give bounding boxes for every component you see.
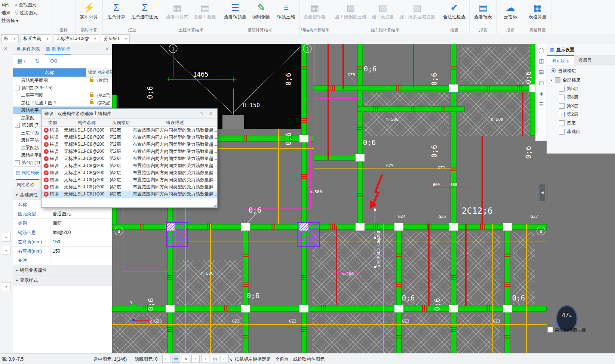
- property-field-element-type[interactable]: 图元类型普通图元: [13, 209, 112, 219]
- collapse-icon[interactable]: −: [15, 86, 20, 90]
- tree-node-first-floor[interactable]: 首层: [547, 119, 615, 127]
- refresh-sheet-button[interactable]: ↻: [35, 58, 40, 65]
- attr-select-button[interactable]: 性选择▾: [1, 18, 18, 24]
- element-type-select[interactable]: 板▾: [1, 34, 19, 43]
- delete-sheet-button[interactable]: ⌫: [49, 58, 57, 65]
- column-lock[interactable]: 锁定: [86, 68, 98, 77]
- sheet-row[interactable]: 二层平面图(第2层): [13, 92, 112, 99]
- segment-rebar-3d-button[interactable]: ▩施工段钢筋三维: [332, 0, 369, 21]
- checkbox-checked-icon[interactable]: ✓: [559, 112, 565, 117]
- tab-drawing-manager[interactable]: ▦图纸管理: [45, 43, 70, 55]
- error-row[interactable]: ✕错误无标注SLJ-C8@200第2层布置范围内同方向同类型的受力筋数量超...: [41, 176, 217, 183]
- column-floor[interactable]: 对应楼层: [98, 68, 112, 77]
- tree-node-floor2[interactable]: ✓第2层: [547, 110, 615, 119]
- resize-grip-icon[interactable]: ◢: [213, 203, 216, 207]
- tree-node-foundation[interactable]: 基础层: [547, 127, 615, 136]
- collapse-icon[interactable]: −: [15, 160, 20, 165]
- error-row[interactable]: ✕错误无标注SLJ-C8@200第2层布置范围内同方向同类型的受力筋数量超...: [41, 141, 217, 148]
- collapse-left-button-2[interactable]: «: [2, 246, 11, 255]
- scroll-up-button[interactable]: ∧: [2, 282, 11, 291]
- snap-tool-icon[interactable]: +: [201, 355, 209, 363]
- error-row[interactable]: ✕错误无标注SLJ-C8@200第2层布置范围内同方向同类型的受力筋数量超...: [41, 169, 217, 176]
- property-field-right-bend[interactable]: 右弯折(mm)150: [13, 247, 112, 256]
- property-field-rebar-info[interactable]: 钢筋信息Φ8@200: [13, 228, 112, 237]
- property-group-display-style[interactable]: ▾显示样式: [13, 275, 112, 286]
- edit-rebar-button[interactable]: ✎编辑钢筋: [249, 0, 274, 21]
- paste-tool-icon[interactable]: ▤: [211, 355, 219, 363]
- error-row[interactable]: ✕错误无标注SLJ-C8@200第2层布置范围内同方向同类型的受力筋数量超...: [41, 183, 217, 191]
- checkbox-icon[interactable]: [559, 129, 565, 135]
- error-row[interactable]: ✕错误无标注SLJ-C8@200第2层布置范围内同方向同类型的受力筋数量超...: [41, 148, 217, 155]
- error-row-selected[interactable]: ✕错误无标注SLJ-C8@200第2层布置范围内同方向同类型的受力筋数量超...: [41, 191, 217, 198]
- tree-node-all-floors[interactable]: ▾全部楼层: [547, 76, 615, 84]
- find-element-button[interactable]: ⌖查找图元: [15, 2, 37, 8]
- error-row[interactable]: ✕错误无标注SLJ-C8@200第2层布置范围内同方向同类型的受力筋数量超...: [41, 162, 217, 169]
- other-region-checkbox[interactable]: 其他区域图元显: [547, 327, 586, 333]
- collapse-icon[interactable]: −: [15, 123, 20, 128]
- tree-node-floor5[interactable]: 第5层: [547, 84, 615, 93]
- tree-node-floor3[interactable]: 第3层: [547, 102, 615, 110]
- dialog-titlebar[interactable]: 错误 - 双击构件名称选择出错构件 □ ✕: [41, 109, 217, 119]
- tree-node-floor4[interactable]: 第4层: [547, 93, 615, 102]
- summary-calc-button[interactable]: Σ汇总计算: [104, 0, 129, 21]
- tab-property-list[interactable]: ▤属性列表: [16, 166, 39, 180]
- table-calc-button[interactable]: ▦表格算量: [525, 0, 550, 21]
- cross-tool-icon[interactable]: ✕: [182, 355, 190, 363]
- tab-element-display[interactable]: 图元显示: [547, 55, 574, 65]
- view-calc-expression-button[interactable]: ▦查看计算式: [163, 0, 191, 21]
- error-row[interactable]: ✕错误无标注SLJ-C8@200第2层布置范围内同方向同类型的受力筋数量超...: [41, 134, 217, 141]
- segment-multi-qty-button[interactable]: ▧施工段多区域提量: [397, 0, 438, 21]
- list-icon[interactable]: ☰: [539, 101, 544, 107]
- tab-component-list[interactable]: ▤构件列表: [16, 44, 41, 54]
- rebar-3d-button[interactable]: ≡钢筋三维: [274, 0, 298, 21]
- sheet-row[interactable]: 层柱平法施工图-1(第2层): [13, 99, 112, 107]
- column-name[interactable]: 名称: [13, 68, 86, 77]
- add-sheet-button[interactable]: ▦▾: [17, 58, 25, 65]
- property-field-left-bend[interactable]: 左弯折(mm)150: [13, 237, 112, 247]
- view-rebar-qty-button[interactable]: ☰查看钢筋量: [221, 0, 249, 21]
- error-row[interactable]: ✕错误无标注SLJ-C8@200第2层布置范围内同方向同类型的受力筋数量超...: [41, 155, 217, 162]
- selected-rebar-name[interactable]: 无标注SLJ-C8@200: [376, 231, 381, 268]
- box-select-icon[interactable]: ▢: [539, 80, 544, 86]
- cloud-index-button[interactable]: ☁云指标: [498, 0, 523, 21]
- checkbox-icon[interactable]: [547, 327, 553, 333]
- box-select-tool-icon[interactable]: ▭: [172, 355, 180, 363]
- close-icon[interactable]: ✕: [4, 46, 7, 51]
- property-field-category[interactable]: 类别面筋: [13, 219, 112, 228]
- close-icon[interactable]: ✕: [105, 46, 109, 52]
- checkbox-icon[interactable]: [559, 103, 565, 109]
- cube-3d-icon[interactable]: ◫: [539, 58, 544, 64]
- sheet-row[interactable]: 层结构平面图(首层): [13, 77, 112, 84]
- tab-floor-display[interactable]: 楼层显: [574, 55, 596, 65]
- checkbox-icon[interactable]: [559, 86, 565, 92]
- axis-tool-icon[interactable]: ∟: [162, 355, 170, 363]
- bracket-tool-icon[interactable]: ⌐: [221, 355, 229, 363]
- view-quantity-button[interactable]: ▤查看工程量: [191, 0, 219, 21]
- checkbox-icon[interactable]: [559, 95, 565, 100]
- layers-icon[interactable]: ▤: [539, 69, 544, 75]
- component-name-select[interactable]: 无标注SLJ-C8@▾: [53, 34, 99, 43]
- checkbox-icon[interactable]: [559, 120, 565, 126]
- pan-tool-icon[interactable]: ◯: [538, 47, 544, 53]
- checkbox-icon[interactable]: [555, 77, 560, 83]
- view-report-button[interactable]: ▤查看报表: [471, 0, 495, 21]
- current-floor-radio[interactable]: 当前楼层: [547, 65, 615, 76]
- collapse-left-button[interactable]: «: [2, 233, 11, 242]
- sheet-row-floor-group[interactable]: −第2层 (3.9~7.5): [13, 84, 112, 92]
- legality-check-button[interactable]: ✔合法性检查: [440, 0, 468, 21]
- panel-collapse-handle[interactable]: ◀: [539, 184, 545, 201]
- line-tool-icon[interactable]: ∕: [191, 355, 200, 363]
- summary-selected-button[interactable]: Σ汇总选中图元: [129, 0, 161, 21]
- property-group-rebar-business[interactable]: ▾钢筋业务属性: [13, 265, 112, 275]
- error-row[interactable]: ✕错误无标注SLJ-C8@200第2层布置范围内同方向同类型的受力筋数量超...: [41, 127, 217, 134]
- rebar-type-select[interactable]: 板受力筋▾: [21, 34, 52, 43]
- close-icon[interactable]: ✕: [207, 111, 214, 116]
- layer-select[interactable]: 分层板1▾: [101, 34, 130, 43]
- realtime-calc-button[interactable]: ⚡实时计算: [77, 0, 101, 21]
- property-field-remark[interactable]: 备注: [13, 256, 112, 265]
- compass-icon[interactable]: ◈: [539, 90, 544, 96]
- view-steel-qty-button[interactable]: ▦查看型钢量: [301, 0, 329, 21]
- segment-qty-button[interactable]: ▨施工段提量: [369, 0, 397, 21]
- maximize-icon[interactable]: □: [198, 111, 205, 116]
- filter-element-button[interactable]: ▽过滤图元: [15, 10, 37, 16]
